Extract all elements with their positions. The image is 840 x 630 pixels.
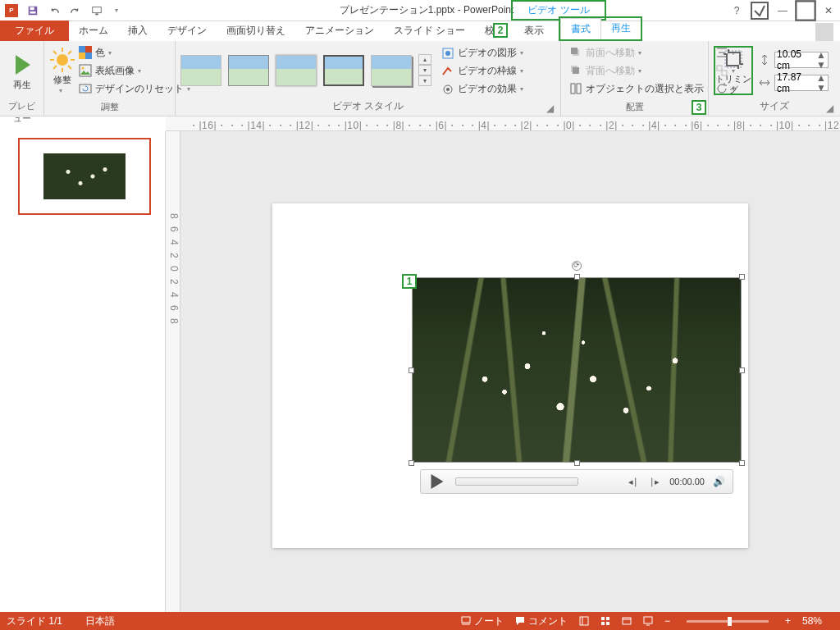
svg-rect-3 (93, 7, 102, 12)
maximize-button[interactable] (794, 2, 817, 20)
canvas[interactable]: ◂∣ ∣▸ 00:00.00 🔊 1 (180, 131, 840, 620)
notes-button[interactable]: ノート (461, 614, 504, 628)
crop-icon (720, 46, 746, 72)
resize-handle[interactable] (574, 274, 580, 280)
rotate-handle[interactable] (572, 261, 582, 271)
style-gallery[interactable]: ▴▾▾ (180, 49, 431, 91)
svg-rect-51 (644, 617, 652, 623)
start-from-beginning-button[interactable] (87, 2, 107, 20)
slide[interactable]: ◂∣ ∣▸ 00:00.00 🔊 1 (272, 203, 748, 548)
crop-button[interactable]: トリミング (714, 46, 753, 95)
tab-format[interactable]: 書式 (560, 18, 601, 39)
group-label-preview: プレビュー (5, 98, 39, 127)
tab-file[interactable]: ファイル (0, 21, 69, 41)
save-button[interactable] (23, 2, 43, 20)
svg-rect-47 (601, 622, 605, 625)
tab-playback[interactable]: 再生 (601, 18, 641, 39)
status-bar: スライド 1/1 日本語 ノート コメント − + 58% (0, 612, 840, 630)
send-backward-icon (569, 64, 582, 77)
resize-handle[interactable] (409, 368, 414, 373)
ribbon-options-button[interactable] (748, 2, 771, 20)
height-input[interactable]: 10.05 cm▲▼ (774, 52, 829, 68)
contextual-tabs: 書式 再生 (559, 16, 642, 41)
resize-handle[interactable] (409, 460, 414, 466)
ruler-horizontal: ・|16|・・・|14|・・・|12|・・・|10|・・・|8|・・・|6|・・… (166, 116, 840, 131)
resize-handle[interactable] (739, 460, 745, 466)
player-seek-track[interactable] (455, 477, 578, 486)
color-icon (79, 46, 92, 59)
svg-rect-1 (30, 7, 34, 10)
resize-handle[interactable] (739, 274, 745, 280)
svg-marker-39 (431, 474, 444, 489)
group-label-arrange: 配置 (566, 99, 703, 116)
minimize-button[interactable]: — (771, 2, 794, 20)
style-thumb[interactable] (180, 55, 221, 86)
undo-button[interactable] (44, 2, 64, 20)
status-language[interactable]: 日本語 (85, 614, 115, 628)
tab-home[interactable]: ホーム (69, 21, 118, 41)
view-sorter-button[interactable] (600, 616, 610, 626)
video-content-image (413, 278, 741, 462)
width-input[interactable]: 17.87 cm▲▼ (774, 75, 829, 91)
style-thumb[interactable] (228, 55, 269, 86)
dialog-launcher-icon[interactable]: ◢ (824, 103, 835, 114)
zoom-level[interactable]: 58% (802, 615, 822, 627)
tab-animations[interactable]: アニメーション (295, 21, 384, 41)
ribbon-tabs: ファイル ホーム 挿入 デザイン 画面切り替え アニメーション スライド ショー… (0, 21, 840, 41)
poster-icon (79, 64, 92, 77)
tab-slideshow[interactable]: スライド ショー (384, 21, 475, 41)
redo-button[interactable] (66, 2, 85, 20)
tab-view[interactable]: 表示 (514, 21, 554, 41)
view-reading-button[interactable] (622, 616, 632, 626)
tab-insert[interactable]: 挿入 (118, 21, 158, 41)
player-step-forward-button[interactable]: ∣▸ (648, 477, 661, 487)
play-preview-button[interactable]: 再生 (5, 43, 39, 98)
video-frame (412, 277, 742, 463)
zoom-slider[interactable] (687, 620, 769, 623)
group-size: トリミング 10.05 cm▲▼ 17.87 cm▲▼ サイズ◢ (709, 41, 840, 116)
selection-pane-button[interactable]: オブジェクトの選択と表示 (566, 80, 707, 97)
svg-rect-2 (30, 11, 36, 13)
qat-more-button[interactable]: ▾ (108, 2, 128, 20)
group-preview: 再生 プレビュー (0, 41, 44, 116)
resize-handle[interactable] (574, 460, 580, 466)
comments-button[interactable]: コメント (515, 614, 568, 628)
video-border-button[interactable]: ビデオの枠線▾ (438, 63, 530, 80)
svg-point-26 (446, 88, 450, 91)
video-effects-button[interactable]: ビデオの効果▾ (438, 81, 530, 98)
zoom-out-button[interactable]: − (664, 615, 670, 627)
view-normal-button[interactable] (579, 616, 589, 626)
send-backward-button[interactable]: 背面へ移動▾ (566, 62, 707, 79)
corrections-button[interactable]: 修整 ▾ (49, 43, 75, 98)
svg-rect-4 (95, 13, 98, 15)
close-button[interactable]: ✕ (817, 2, 840, 20)
slide-thumbnail[interactable] (18, 138, 151, 215)
video-object[interactable]: ◂∣ ∣▸ 00:00.00 🔊 (412, 277, 742, 463)
style-thumb[interactable] (276, 55, 317, 86)
window-title: プレゼンテーション1.pptx - PowerPoint (128, 3, 725, 17)
video-shape-button[interactable]: ビデオの図形▾ (438, 45, 530, 62)
group-arrange: 前面へ移動▾ 背面へ移動▾ オブジェクトの選択と表示 ▾ ▾ ▾ 配置 (561, 41, 709, 116)
player-play-button[interactable] (427, 473, 447, 490)
brightness-icon (49, 47, 75, 73)
group-label-adjust: 調整 (49, 99, 170, 116)
view-slideshow-button[interactable] (643, 616, 653, 626)
tab-design[interactable]: デザイン (158, 21, 217, 41)
player-volume-button[interactable]: 🔊 (713, 476, 726, 487)
resize-handle[interactable] (739, 368, 745, 373)
gallery-scroll[interactable]: ▴▾▾ (418, 54, 431, 86)
bring-forward-button[interactable]: 前面へ移動▾ (566, 44, 707, 61)
callout-1: 1 (402, 274, 417, 289)
dialog-launcher-icon[interactable]: ◢ (544, 103, 555, 114)
ruler-vertical: 8 6 4 2 0 2 4 6 8 (166, 131, 180, 620)
svg-rect-18 (85, 46, 92, 52)
tab-transitions[interactable]: 画面切り替え (217, 21, 295, 41)
player-step-back-button[interactable]: ◂∣ (627, 477, 640, 487)
account-avatar[interactable] (815, 23, 833, 41)
ribbon: 再生 プレビュー 修整 ▾ 色▾ 表紙画像▾ デザインのリセット▾ 調整 (0, 41, 840, 116)
zoom-in-button[interactable]: + (785, 615, 791, 627)
help-button[interactable]: ? (725, 2, 748, 20)
style-thumb[interactable] (371, 55, 412, 86)
group-adjust: 修整 ▾ 色▾ 表紙画像▾ デザインのリセット▾ 調整 (44, 41, 176, 116)
style-thumb[interactable] (323, 55, 364, 86)
